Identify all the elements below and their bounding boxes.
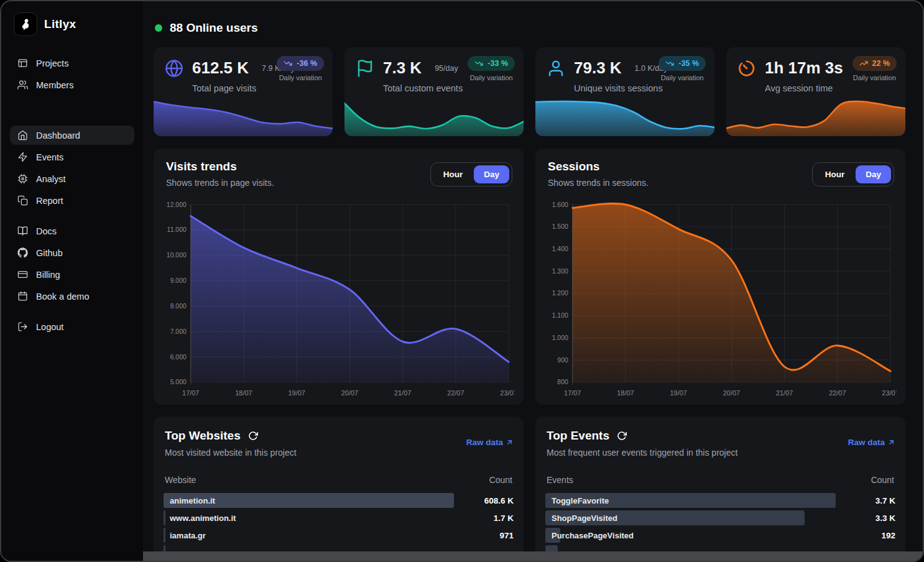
- app-window: Litlyx Projects Members Dashboard Events…: [0, 0, 924, 562]
- sidebar-spacer: [10, 211, 134, 220]
- hour-toggle-button[interactable]: Hour: [433, 165, 473, 183]
- column-name-header: Events: [547, 475, 573, 485]
- sidebar-spacer: [10, 307, 134, 316]
- hour-day-toggle: Hour Day: [430, 162, 512, 187]
- litlyx-logo-icon: [14, 12, 37, 36]
- projects-icon: [17, 58, 28, 68]
- svg-text:1.300: 1.300: [552, 267, 568, 275]
- sidebar-item-label: Github: [36, 248, 63, 258]
- arrow-up-right-icon: [506, 438, 514, 446]
- online-users-row: 88 Online users: [155, 21, 905, 35]
- svg-text:1.200: 1.200: [552, 289, 568, 297]
- table-row[interactable]: PurchasePageVisited192: [545, 528, 895, 543]
- table-column-headers: Events Count: [545, 475, 895, 485]
- svg-text:23/07: 23/07: [882, 389, 897, 397]
- table-row[interactable]: iamata.gr971: [164, 528, 514, 543]
- svg-text:22/07: 22/07: [447, 389, 464, 397]
- sidebar-item-members[interactable]: Members: [10, 75, 134, 94]
- table-title: Top Events: [547, 429, 609, 443]
- logout-icon: [17, 321, 28, 332]
- svg-text:17/07: 17/07: [564, 389, 581, 397]
- sidebar-item-events[interactable]: Events: [10, 147, 134, 167]
- sidebar-item-dashboard[interactable]: Dashboard: [10, 126, 134, 145]
- sidebar-item-report[interactable]: Report: [10, 191, 134, 210]
- raw-data-link[interactable]: Raw data: [466, 438, 514, 447]
- svg-text:22/07: 22/07: [829, 389, 846, 397]
- arrow-up-right-icon: [887, 438, 895, 446]
- chart-title: Sessions: [548, 160, 649, 173]
- badge-caption: Daily variation: [277, 74, 324, 81]
- daily-variation-badge: -35 %: [658, 56, 706, 71]
- stat-label: Avg session time: [765, 83, 894, 93]
- svg-text:5.000: 5.000: [170, 378, 187, 385]
- column-count-header: Count: [871, 475, 894, 485]
- custom-events-sparkline: [344, 96, 524, 136]
- website-rows: animetion.it608.6 K www.animetion.it1.7 …: [164, 493, 514, 560]
- sidebar-spacer: [10, 96, 134, 124]
- svg-text:1.000: 1.000: [552, 334, 568, 341]
- svg-text:19/07: 19/07: [288, 389, 305, 397]
- svg-text:1.500: 1.500: [552, 223, 568, 230]
- sidebar-item-github[interactable]: Github: [10, 243, 134, 262]
- svg-text:19/07: 19/07: [670, 389, 686, 397]
- logo[interactable]: Litlyx: [14, 12, 131, 36]
- brand-name: Litlyx: [44, 17, 76, 31]
- daily-variation-badge: 22 %: [852, 56, 897, 71]
- sidebar-item-book-demo[interactable]: Book a demo: [10, 287, 134, 306]
- table-row[interactable]: ShopPageVisited3.3 K: [545, 510, 895, 525]
- stat-value: 7.3 K: [383, 58, 422, 78]
- hour-toggle-button[interactable]: Hour: [815, 165, 855, 183]
- table-row[interactable]: ToggleFavorite3.7 K: [545, 493, 895, 508]
- session-time-sparkline: [726, 96, 905, 136]
- page-visits-sparkline: [154, 96, 333, 136]
- table-title: Top Websites: [165, 429, 241, 443]
- daily-variation-badge: -33 %: [468, 56, 515, 71]
- table-subtitle: Most frequent user events triggered in t…: [547, 448, 737, 458]
- stats-row: 612.5 K 7.9 K/day Total page visits -36 …: [154, 47, 905, 136]
- day-toggle-button[interactable]: Day: [856, 165, 891, 183]
- day-toggle-button[interactable]: Day: [474, 165, 509, 183]
- trend-down-icon: [665, 59, 674, 68]
- calendar-icon: [17, 291, 28, 302]
- chart-subtitle: Shows trends in page visits.: [166, 178, 274, 188]
- badge-caption: Daily variation: [658, 74, 706, 81]
- horizontal-scrollbar[interactable]: [143, 551, 923, 561]
- table-row[interactable]: animetion.it608.6 K: [164, 493, 514, 508]
- flag-icon: [356, 59, 374, 78]
- stat-card-sessions: 79.3 K 1.0 K/day Unique visits sessions …: [535, 47, 714, 136]
- sidebar-item-billing[interactable]: Billing: [10, 265, 134, 284]
- table-row[interactable]: www.animetion.it1.7 K: [164, 510, 514, 525]
- svg-text:1.400: 1.400: [552, 245, 568, 252]
- members-icon: [17, 80, 28, 90]
- visits-trends-card: Visits trends Shows trends in page visit…: [154, 149, 524, 405]
- refresh-icon[interactable]: [617, 431, 627, 441]
- sidebar-item-logout[interactable]: Logout: [10, 317, 134, 336]
- svg-text:1.100: 1.100: [552, 311, 568, 319]
- refresh-icon[interactable]: [248, 431, 258, 441]
- visits-trends-chart: 12.00011.00010.0009.0008.0007.0006.0005.…: [161, 197, 515, 401]
- svg-text:900: 900: [557, 356, 568, 364]
- stat-card-custom-events: 7.3 K 95/day Total custom events -33 % D…: [344, 47, 524, 136]
- sidebar-item-label: Docs: [36, 226, 57, 236]
- stat-label: Unique visits sessions: [574, 83, 703, 93]
- sidebar-item-label: Book a demo: [36, 292, 89, 302]
- sidebar-item-projects[interactable]: Projects: [10, 53, 134, 73]
- report-copy-icon: [17, 195, 28, 206]
- row-bar: [164, 528, 165, 543]
- globe-icon: [165, 59, 183, 78]
- timer-icon: [737, 59, 756, 78]
- online-status-dot: [155, 24, 162, 32]
- stat-value: 79.3 K: [574, 58, 622, 78]
- svg-text:8.000: 8.000: [170, 302, 187, 310]
- sessions-chart: 1.6001.5001.4001.3001.2001.1001.00090080…: [543, 197, 897, 401]
- sidebar-item-analyst[interactable]: Analyst: [10, 169, 134, 188]
- svg-text:6.000: 6.000: [170, 352, 187, 360]
- svg-text:17/07: 17/07: [182, 389, 199, 397]
- sidebar-item-label: Billing: [36, 270, 60, 280]
- svg-text:11.000: 11.000: [167, 226, 187, 233]
- svg-text:9.000: 9.000: [170, 277, 187, 284]
- raw-data-link[interactable]: Raw data: [848, 438, 895, 447]
- sidebar-item-label: Members: [36, 80, 73, 90]
- sidebar-item-docs[interactable]: Docs: [10, 221, 134, 241]
- svg-text:12.000: 12.000: [167, 201, 187, 208]
